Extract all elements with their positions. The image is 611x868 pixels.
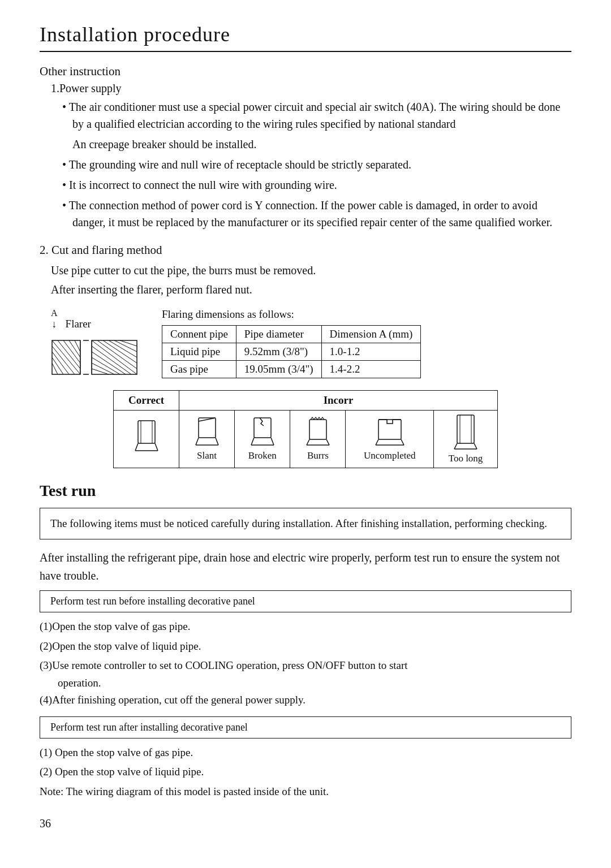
other-instruction-header: Other instruction: [40, 64, 571, 79]
svg-line-35: [199, 418, 216, 421]
cut-flaring-header: 2. Cut and flaring method: [40, 243, 571, 257]
svg-line-45: [326, 439, 329, 445]
page-number: 36: [40, 817, 571, 830]
step-before-2: (2)Open the stop valve of liquid pipe.: [40, 638, 571, 655]
a-arrow: A ↓: [51, 308, 58, 330]
notice-box: The following items must be noticed care…: [40, 508, 571, 539]
svg-line-21: [92, 369, 109, 374]
slant-pipe-cell: Slant: [179, 411, 235, 468]
broken-pipe-icon: [248, 417, 277, 448]
step-after-1: (1) Open the stop valve of gas pipe.: [40, 744, 571, 761]
burrs-pipe-cell: Burrs: [290, 411, 346, 468]
step-before-3-cont: operation.: [58, 677, 571, 689]
liquid-pipe-diameter: 9.52mm (3/8"): [236, 343, 321, 361]
slant-label: Slant: [197, 450, 217, 461]
svg-line-13: [103, 340, 137, 363]
step-after-2: (2) Open the stop valve of liquid pipe.: [40, 763, 571, 780]
uncompleted-pipe-icon: [373, 417, 407, 448]
too-long-icon-item: Too long: [440, 414, 492, 464]
incorr-header: Incorr: [179, 391, 498, 411]
uncompleted-pipe-cell: Uncompleted: [346, 411, 434, 468]
test-run-body-text: After installing the refrigerant pipe, d…: [40, 549, 571, 585]
flaring-table-area: Flaring dimensions as follows: Connent p…: [162, 308, 421, 378]
correct-incorr-area: Correct Incorr: [113, 390, 498, 468]
gas-pipe-label: Gas pipe: [162, 361, 236, 378]
cut-flaring-text1: Use pipe cutter to cut the pipe, the bur…: [51, 262, 571, 279]
svg-line-30: [155, 443, 158, 451]
svg-line-14: [109, 340, 137, 357]
svg-rect-43: [309, 420, 326, 439]
flaring-area: A ↓ Flarer: [51, 308, 571, 380]
uncompleted-label: Uncompleted: [364, 450, 416, 461]
broken-label: Broken: [248, 450, 277, 461]
burrs-pipe-icon: [304, 417, 332, 448]
pipe-icons-row: Slant Broken: [114, 411, 498, 468]
table-row: Liquid pipe 9.52mm (3/8") 1.0-1.2: [162, 343, 421, 361]
burrs-label: Burrs: [307, 450, 329, 461]
gas-pipe-diameter: 19.05mm (3/4"): [236, 361, 321, 378]
too-long-pipe-icon: [451, 414, 480, 451]
before-panel-box: Perform test run before installing decor…: [40, 590, 571, 612]
step-before-3: (3)Use remote controller to set to COOLI…: [40, 657, 571, 674]
table-row: Gas pipe 19.05mm (3/4") 1.4-2.2: [162, 361, 421, 378]
svg-line-52: [454, 443, 457, 449]
correct-pipe-icon: [132, 420, 161, 456]
step-before-1: (1)Open the stop valve of gas pipe.: [40, 618, 571, 635]
svg-line-29: [135, 443, 138, 451]
burrs-icon-item: Burrs: [296, 417, 339, 461]
bullet-3: It is incorrect to connect the null wire…: [62, 176, 571, 193]
a-label: A: [51, 308, 58, 318]
svg-line-7: [52, 352, 69, 374]
svg-line-11: [92, 340, 137, 374]
svg-line-41: [271, 438, 274, 445]
flaring-table: Connent pipe Pipe diameter Dimension A (…: [162, 325, 421, 378]
bullet-2: The grounding wire and null wire of rece…: [62, 156, 571, 173]
correct-header: Correct: [114, 391, 179, 411]
ci-table: Correct Incorr: [113, 390, 498, 468]
gas-pipe-dim: 1.4-2.2: [321, 361, 421, 378]
uncompleted-icon-item: Uncompleted: [351, 417, 428, 461]
col-pipe-diameter: Pipe diameter: [236, 326, 321, 343]
svg-line-19: [92, 357, 120, 374]
cut-flaring-text2: After inserting the flarer, perform flar…: [51, 281, 571, 298]
svg-line-36: [196, 438, 199, 445]
bullet-1: The air conditioner must use a special p…: [62, 98, 571, 132]
flarer-diagram: A ↓ Flarer: [51, 308, 141, 380]
correct-pipe-cell: [114, 411, 179, 468]
flaring-dim-label: Flaring dimensions as follows:: [162, 308, 421, 321]
svg-line-49: [401, 439, 404, 445]
svg-marker-23: [80, 340, 92, 374]
svg-line-48: [376, 439, 378, 445]
broken-icon-item: Broken: [240, 417, 284, 461]
svg-line-53: [474, 443, 477, 449]
too-long-label: Too long: [449, 453, 483, 464]
col-connent-pipe: Connent pipe: [162, 326, 236, 343]
slant-icon-item: Slant: [185, 417, 229, 461]
svg-line-16: [120, 340, 137, 346]
too-long-pipe-cell: Too long: [434, 411, 498, 468]
svg-line-18: [92, 352, 126, 374]
svg-line-37: [216, 438, 218, 445]
svg-line-40: [251, 438, 254, 445]
liquid-pipe-label: Liquid pipe: [162, 343, 236, 361]
slant-pipe-icon: [193, 417, 221, 448]
test-run-header: Test run: [40, 482, 571, 500]
col-dimension-a: Dimension A (mm): [321, 326, 421, 343]
after-panel-box: Perform test run after installing decora…: [40, 716, 571, 739]
bullet-1-continuation: An creepage breaker should be installed.: [72, 136, 571, 153]
flarer-svg: [51, 335, 139, 380]
bullet-4: The connection method of power cord is Y…: [62, 197, 571, 231]
broken-pipe-cell: Broken: [235, 411, 290, 468]
svg-rect-47: [378, 420, 401, 439]
flarer-label: Flarer: [66, 318, 91, 330]
power-supply-header: 1.Power supply: [51, 82, 571, 95]
svg-line-3: [63, 340, 80, 363]
page-title: Installation procedure: [40, 23, 571, 52]
liquid-pipe-dim: 1.0-1.2: [321, 343, 421, 361]
step-before-4: (4)After finishing operation, cut off th…: [40, 692, 571, 709]
step-after-note: Note: The wiring diagram of this model i…: [40, 783, 571, 800]
svg-line-44: [307, 439, 309, 445]
